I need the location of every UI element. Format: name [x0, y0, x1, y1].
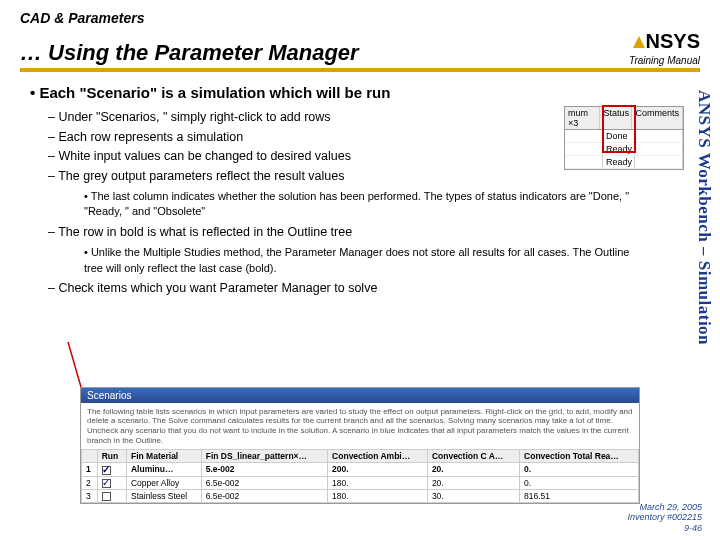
run-checkbox[interactable] [102, 492, 111, 501]
status-cell [635, 143, 683, 155]
status-cell [565, 156, 603, 168]
cell[interactable]: 6.5e-002 [201, 476, 327, 489]
section-label: CAD & Parameters [20, 10, 700, 26]
cell[interactable]: 20. [427, 476, 519, 489]
cell: 0. [520, 476, 639, 489]
scenarios-table: Run Fin Material Fin DS_linear_pattern×…… [81, 449, 639, 503]
main-bullet: • Each "Scenario" is a simulation which … [30, 82, 700, 103]
main-bullet-text: Each "Scenario" is a simulation which wi… [39, 84, 390, 101]
sub-item: Each row represents a simulation [48, 129, 478, 147]
status-cell [565, 143, 603, 155]
cell[interactable]: 200. [328, 463, 428, 476]
status-thumbnail: mum ×3 Status Comments Done Ready Ready [564, 106, 684, 170]
scenarios-title: Scenarios [81, 388, 639, 403]
run-checkbox[interactable] [102, 466, 111, 475]
manual-label: Training Manual [629, 55, 700, 66]
status-cell: Ready [603, 156, 635, 168]
scenarios-th: Convection C A… [427, 450, 519, 463]
run-checkbox[interactable] [102, 479, 111, 488]
sub-item: The row in bold is what is reflected in … [48, 224, 700, 242]
status-cell [635, 156, 683, 168]
row-num: 1 [82, 463, 98, 476]
scenarios-th: Convection Ambi… [328, 450, 428, 463]
cell[interactable]: 5.e-002 [201, 463, 327, 476]
scenarios-th: Fin DS_linear_pattern×… [201, 450, 327, 463]
cell[interactable]: Copper Alloy [126, 476, 201, 489]
cell[interactable]: 20. [427, 463, 519, 476]
row-num: 2 [82, 476, 98, 489]
footer-page: 9-46 [627, 523, 702, 534]
table-row[interactable]: 1 Aluminu… 5.e-002 200. 20. 0. [82, 463, 639, 476]
sub-item: Check items which you want Parameter Man… [48, 280, 700, 298]
sub-sub-item: Unlike the Multiple Studies method, the … [84, 245, 644, 276]
cell[interactable]: 6.5e-002 [201, 489, 327, 502]
table-row[interactable]: 3 Stainless Steel 6.5e-002 180. 30. 816.… [82, 489, 639, 502]
row-num: 3 [82, 489, 98, 502]
cell[interactable]: 180. [328, 489, 428, 502]
status-th: mum ×3 [565, 107, 600, 129]
scenarios-panel: Scenarios The following table lists scen… [80, 387, 640, 504]
cell[interactable]: Aluminu… [126, 463, 201, 476]
footer-date: March 29, 2005 [627, 502, 702, 513]
logo-caret-icon [633, 36, 645, 48]
cell[interactable]: Stainless Steel [126, 489, 201, 502]
sub-item: White input values can be changed to des… [48, 148, 478, 166]
scenarios-th: Fin Material [126, 450, 201, 463]
footer-meta: March 29, 2005 Inventory #002215 9-46 [627, 502, 702, 534]
cell[interactable]: 30. [427, 489, 519, 502]
cell: 0. [520, 463, 639, 476]
footer-inventory: Inventory #002215 [627, 512, 702, 523]
ansys-logo: NSYS [629, 30, 700, 53]
status-cell [635, 130, 683, 142]
table-row[interactable]: 2 Copper Alloy 6.5e-002 180. 20. 0. [82, 476, 639, 489]
status-th: Comments [632, 107, 683, 129]
scenarios-th: Convection Total Rea… [520, 450, 639, 463]
sub-sub-item: The last column indicates whether the so… [84, 189, 644, 220]
cell[interactable]: 180. [328, 476, 428, 489]
logo-text: NSYS [646, 30, 700, 52]
sub-item: The grey output parameters reflect the r… [48, 168, 478, 186]
scenarios-th [82, 450, 98, 463]
status-cell [565, 130, 603, 142]
sub-item: Under "Scenarios, " simply right-click t… [48, 109, 478, 127]
page-title: … Using the Parameter Manager [20, 40, 359, 66]
red-highlight-box [602, 105, 636, 153]
scenarios-desc: The following table lists scenarios in w… [81, 403, 639, 449]
logo-area: NSYS Training Manual [629, 30, 700, 66]
cell: 816.51 [520, 489, 639, 502]
scenarios-th: Run [97, 450, 126, 463]
